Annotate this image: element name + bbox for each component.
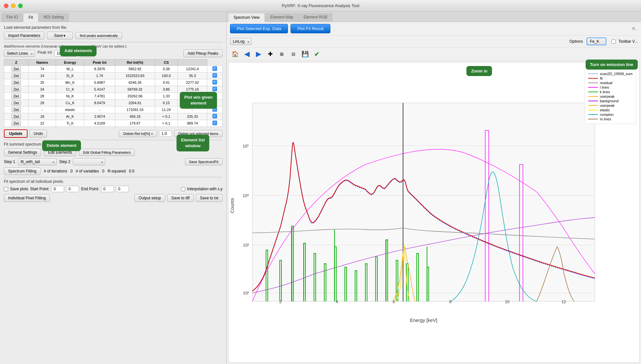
cell-energy: 4.5109 [84,120,115,127]
edit-global-button[interactable]: Edit Global Fitting Parameters [79,149,135,156]
del-button-1[interactable]: Del [11,73,21,78]
cell-cs: 2277.02 [177,79,207,86]
cell-energy: 7.4781 [84,93,115,100]
auto-find-button[interactable]: find peaks automatically [75,32,122,39]
general-settings-button[interactable]: General Settings [4,149,41,156]
save-txt-button[interactable]: Save to txt [196,194,223,202]
start-x-input[interactable] [51,186,64,192]
cell-energy: 2.9574 [84,113,115,120]
del-button-3[interactable]: Del [11,87,21,92]
del-button-5[interactable]: Del [11,100,21,105]
cell-checkbox[interactable] [207,93,223,100]
cell-checkbox[interactable] [207,66,223,72]
save-plots-checkbox[interactable] [4,187,8,191]
step1-dropdown[interactable]: fit_with_tail [18,158,57,165]
cell-peak-int: 5852.82 [115,66,155,72]
zoom-icon[interactable]: ⊞ [277,49,287,59]
tab-fit[interactable]: Fit [23,13,38,22]
cell-checkbox[interactable] [207,86,223,93]
individual-pixel-button[interactable]: Individual Pixel Fitting [4,194,50,202]
save-button[interactable]: Save ▼ [47,32,73,39]
delete-not-selected-button[interactable]: Delete not selected items [174,130,223,137]
pan-icon[interactable]: ✚ [265,49,275,59]
cell-z: 22 [29,120,56,127]
peak-int-input[interactable] [54,50,77,57]
end-x-input[interactable] [101,186,114,192]
linlog-dropdown[interactable]: LinLog Linear Log [230,38,252,45]
svg-text:6: 6 [393,300,395,304]
end-y-input[interactable] [116,186,129,192]
undo-button[interactable]: Undo [29,130,47,138]
save-plots-label: Save plots [10,187,28,191]
del-button-6[interactable]: Del [11,107,21,112]
del-button-2[interactable]: Del [11,80,21,85]
cell-z: 24 [29,86,56,93]
interpolation-checkbox[interactable] [181,187,185,191]
tab-element-rgb[interactable]: Element RGB [298,13,332,22]
tab-file-io[interactable]: File IO [1,13,23,22]
table-row: Del 14 Si_K 1.74 1522523.83 100.0 35.3 [4,72,223,79]
cell-checkbox[interactable] [207,106,223,113]
update-button[interactable]: Update [4,129,28,138]
legend-item-scan: scan2D_19568_sum [588,72,633,76]
cell-name: elastic [56,106,84,113]
legend-item-compton: compton [588,113,633,116]
partial-label: P... [633,27,638,31]
table-row: Del 28 Ni_K 7.4781 20262.06 1.33 4321.27 [4,93,223,100]
edit-elements-button[interactable]: Edit Elements [44,149,76,156]
cell-energy: 5.4147 [84,86,115,93]
col-rel-int: Rel Int(%) [115,60,155,66]
options-label: Options [569,39,583,44]
window-title: PyXRF: X-ray Fluorescence Analysis Tool [282,3,360,8]
cell-checkbox[interactable] [207,100,223,106]
cell-name: Ni_K [56,93,84,100]
cell-rel-int: 0.38 [155,66,177,72]
table-row: Del 74 W_L 8.3976 5852.82 0.38 12241.4 [4,66,223,72]
tab-roi-setting[interactable]: ROI Setting [39,13,69,22]
save-tiff-button[interactable]: Save to tiff [167,194,194,202]
add-pileup-button[interactable]: Add Pileup Peaks [183,50,223,57]
cell-checkbox[interactable] [207,113,223,120]
tab-spectrum-view[interactable]: Spectrum View [228,13,265,22]
element-select-dropdown[interactable]: Fe_K [587,38,606,45]
minimize-button[interactable] [11,4,16,8]
step1-label: Step 1 [4,160,15,164]
import-params-button[interactable]: Import Parameters [4,32,44,39]
interpolation-label: Interpolation with x,y [187,187,223,191]
del-button-8[interactable]: Del [11,121,21,126]
del-button-4[interactable]: Del [11,94,21,99]
back-icon[interactable]: ◀ [242,49,252,59]
tab-element-map[interactable]: Element Map [265,13,298,22]
cell-z: 25 [29,79,56,86]
save-icon[interactable]: 💾 [300,49,310,59]
output-setup-button[interactable]: Output setup [134,194,165,202]
select-lines-dropdown[interactable]: Select Lines [4,50,35,57]
check-icon[interactable]: ✔ [312,49,322,59]
plot-selected-button[interactable]: Plot Selected Exp. Data [230,24,288,33]
forward-icon[interactable]: ▶ [253,49,264,59]
cell-checkbox[interactable] [207,79,223,86]
nav-toolbar: 🏠 ◀ ▶ ✚ ⊞ ⊟ 💾 ✔ Zoom in Turn on emission… [227,48,641,61]
start-y-input[interactable] [66,186,79,192]
del-button-0[interactable]: Del [11,66,21,72]
cell-energy: 8.0479 [84,100,115,106]
subplots-icon[interactable]: ⊟ [288,49,299,59]
del-button-7[interactable]: Del [11,114,21,119]
step2-dropdown[interactable] [73,158,105,165]
add-button[interactable]: Add [80,50,95,57]
spectrum-fitting-button[interactable]: Spectrum Fitting [4,167,40,175]
cell-z: 18 [29,113,56,120]
home-icon[interactable]: 🏠 [230,49,240,59]
toolbar-checkbox[interactable] [612,39,616,44]
save-spectrum-button[interactable]: Save Spectrum/Fit [185,158,223,165]
delete-rel-button[interactable]: Delete Rel Int[%] < [119,130,157,137]
maximize-button[interactable] [18,4,23,8]
delete-rel-input[interactable] [159,130,172,137]
fit-pixels-label: Fit spectrum of all individual pixels. [4,179,223,184]
cell-checkbox[interactable] [207,120,223,127]
close-button[interactable] [4,4,8,8]
cell-checkbox[interactable] [207,72,223,79]
plot-fit-button[interactable]: Plot Fit Result [291,24,330,33]
cell-energy: 1.74 [84,72,115,79]
controls-row: LinLog Linear Log Options Fe_K Toolbar V… [227,36,641,48]
